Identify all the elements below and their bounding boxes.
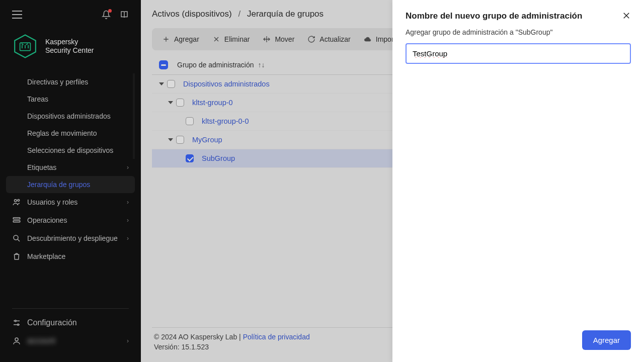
panel-title: Nombre del nuevo grupo de administración <box>406 11 592 21</box>
group-name-input[interactable] <box>406 43 631 64</box>
panel-subtitle: Agregar grupo de administración a "SubGr… <box>406 28 631 36</box>
new-group-panel: Nombre del nuevo grupo de administración… <box>392 0 644 362</box>
close-icon[interactable] <box>622 11 631 22</box>
submit-add-button[interactable]: Agregar <box>582 330 631 350</box>
